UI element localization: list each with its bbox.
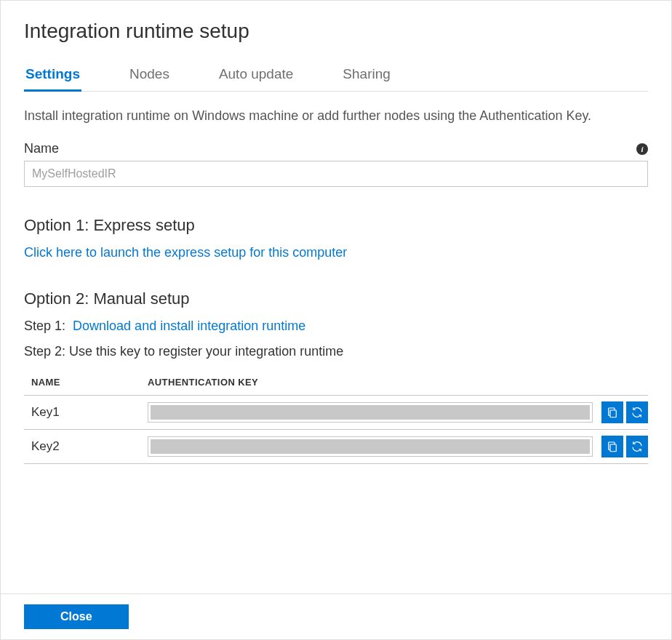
option2-heading: Option 2: Manual setup [24,289,648,308]
step1-prefix: Step 1: [24,319,65,333]
step2-line: Step 2: Use this key to register your in… [24,344,648,359]
auth-key-masked [151,439,590,454]
table-row: Key2 [24,430,648,464]
option1-heading: Option 1: Express setup [24,216,648,235]
regenerate-key-button[interactable] [626,401,648,423]
express-setup-link[interactable]: Click here to launch the express setup f… [24,245,347,260]
close-button[interactable]: Close [24,604,129,629]
copy-icon [606,406,619,419]
info-icon[interactable]: i [636,143,648,155]
tab-sharing[interactable]: Sharing [341,62,392,92]
svg-rect-1 [610,444,616,452]
panel-title: Integration runtime setup [24,20,648,43]
download-runtime-link[interactable]: Download and install integration runtime [73,319,305,333]
copy-icon [606,440,619,453]
tab-auto-update[interactable]: Auto update [217,62,295,92]
name-label: Name [24,141,59,156]
tab-settings[interactable]: Settings [24,62,81,92]
auth-key-field [148,402,593,423]
auth-key-table: NAME AUTHENTICATION KEY Key1 [24,371,648,464]
col-header-name: NAME [31,377,148,388]
name-input [24,161,648,187]
key-name: Key2 [31,439,148,454]
refresh-icon [631,440,644,453]
copy-key-button[interactable] [601,401,623,423]
auth-key-field [148,436,593,457]
tab-nodes[interactable]: Nodes [128,62,171,92]
auth-key-masked [151,405,590,420]
table-row: Key1 [24,396,648,430]
svg-rect-0 [610,410,616,417]
panel-footer: Close [1,593,671,639]
refresh-icon [631,406,644,419]
key-name: Key1 [31,405,148,420]
table-header: NAME AUTHENTICATION KEY [24,371,648,396]
settings-description: Install integration runtime on Windows m… [24,106,648,125]
tabs-bar: Settings Nodes Auto update Sharing [24,62,648,92]
col-header-auth-key: AUTHENTICATION KEY [148,377,648,388]
integration-runtime-setup-panel: Integration runtime setup Settings Nodes… [0,0,672,640]
copy-key-button[interactable] [601,436,623,457]
step1-line: Step 1: Download and install integration… [24,319,648,334]
regenerate-key-button[interactable] [626,436,648,457]
name-label-row: Name i [24,141,648,156]
